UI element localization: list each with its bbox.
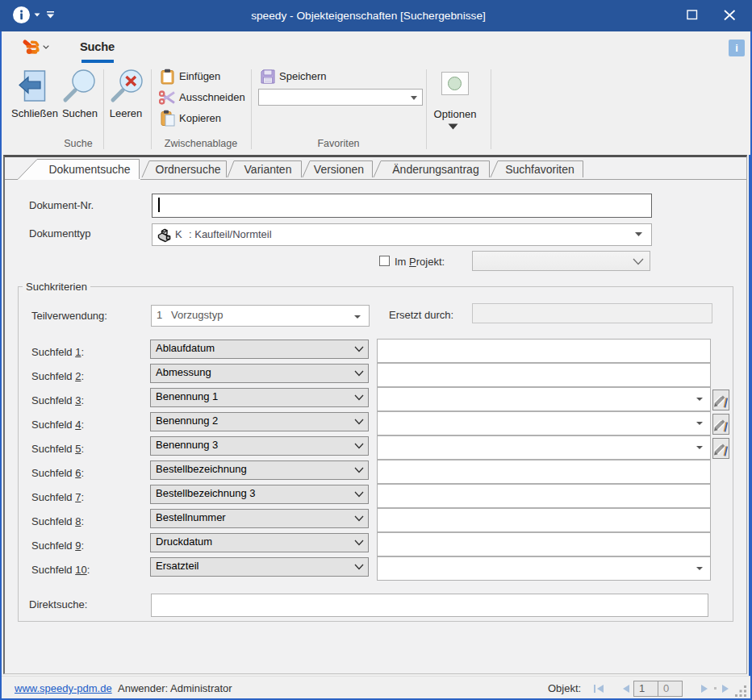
- svg-text:Versionen: Versionen: [314, 163, 364, 176]
- svg-text:Suchfavoriten: Suchfavoriten: [505, 163, 574, 176]
- svg-text:Dokumentsuche: Dokumentsuche: [48, 163, 130, 176]
- svg-text:Varianten: Varianten: [244, 163, 292, 176]
- svg-text:Ordnersuche: Ordnersuche: [156, 163, 221, 176]
- svg-text:Änderungsantrag: Änderungsantrag: [392, 163, 478, 176]
